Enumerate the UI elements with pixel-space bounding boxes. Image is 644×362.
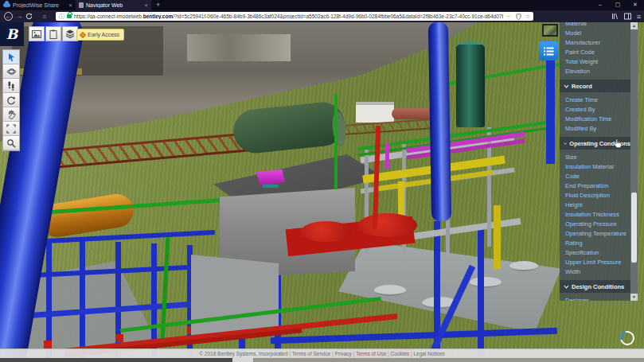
tab-label: Navigator Web	[86, 2, 142, 8]
model-viewport[interactable]	[0, 22, 644, 362]
red-disc	[358, 213, 417, 237]
property-link[interactable]: Upper Limit Pressure	[565, 258, 630, 267]
blue-steel-beam	[271, 328, 557, 344]
yellow-pipe	[494, 205, 501, 269]
chevron-down-icon	[564, 142, 567, 146]
shield-icon[interactable]	[516, 14, 521, 20]
url-bar[interactable]: ⓘ https://qa-connect-imodelweb.bentley.c…	[56, 12, 533, 21]
foundation-pad	[509, 261, 538, 271]
property-link[interactable]: Size	[565, 153, 630, 162]
footer-link[interactable]: Legal Notices	[413, 351, 444, 356]
diamond-icon	[80, 31, 86, 37]
navigator-web-app: B Early Access	[0, 22, 644, 362]
section-header-record[interactable]: Record	[560, 80, 630, 92]
footer-link[interactable]: Privacy	[335, 351, 357, 356]
overflow-icon[interactable]: ⋯	[506, 14, 512, 20]
chevron-down-icon	[564, 285, 569, 289]
property-link[interactable]: Fluid Description	[565, 191, 630, 200]
minimize-button[interactable]: –	[591, 0, 609, 10]
tab-navigator-web[interactable]: Navigator Web ✕	[76, 0, 151, 10]
blue-stack-pipe	[428, 22, 451, 221]
cloud-icon	[3, 3, 10, 7]
new-tab-button[interactable]: +	[151, 0, 165, 10]
scroll-down-icon[interactable]: ▼	[630, 294, 638, 301]
property-list: SizeInsulation MaterialCodeEnd Preparati…	[565, 153, 630, 277]
zoom-icon[interactable]	[3, 136, 19, 150]
window-controls: – ▢ ✕	[591, 0, 644, 10]
property-link[interactable]: Designer	[565, 296, 630, 301]
property-link[interactable]: Material	[565, 22, 630, 29]
panel-scrollbar[interactable]: ▲ ▼	[630, 22, 638, 301]
property-link[interactable]: Created By	[565, 105, 630, 115]
select-cursor-icon[interactable]	[3, 50, 19, 64]
property-link[interactable]: Model	[565, 29, 630, 38]
footer-link[interactable]: Cookies	[391, 351, 414, 356]
property-link[interactable]: Height	[565, 200, 630, 210]
url-text: https://qa-connect-imodelweb.bentley.com…	[74, 14, 503, 19]
early-access-badge: Early Access	[76, 29, 124, 41]
clipboard-icon[interactable]	[45, 26, 61, 41]
footer-links: Terms of ServicePrivacyTerms of UseCooki…	[292, 351, 445, 356]
app-toolbar	[29, 26, 78, 41]
property-link[interactable]: Rating	[565, 239, 630, 248]
copyright-text: © 2018 Bentley Systems, Incorporated	[199, 351, 292, 356]
property-link[interactable]: Insulation Material	[565, 162, 630, 172]
scrollbar-track[interactable]	[630, 29, 638, 294]
property-link[interactable]: Manufacturer	[565, 38, 630, 48]
fit-view-icon[interactable]	[3, 122, 19, 136]
property-link[interactable]: Insulation Thickness	[565, 210, 630, 220]
property-link[interactable]: End Preparation	[565, 181, 630, 191]
view-tools-toolbar	[2, 49, 20, 151]
hopper-base	[263, 185, 279, 188]
menu-hamburger-icon[interactable]: ≡	[637, 13, 641, 21]
sidebar-icon[interactable]	[624, 13, 631, 20]
scrollbar-thumb[interactable]	[631, 193, 637, 263]
property-link[interactable]: Specification	[565, 248, 630, 258]
forward-button[interactable]: →	[13, 11, 25, 21]
properties-panel: MaterialModelManufacturerPaint CodeTotal…	[560, 22, 638, 301]
pan-hand-icon[interactable]	[3, 107, 19, 122]
factory-tanks	[187, 34, 291, 61]
library-icon[interactable]	[611, 13, 619, 20]
property-link[interactable]: Code	[565, 172, 630, 181]
bookmark-star-icon[interactable]: ☆	[525, 14, 530, 20]
rotate-icon[interactable]	[3, 93, 19, 107]
orbit-icon[interactable]	[3, 64, 19, 79]
model-thumbnail[interactable]	[542, 24, 558, 37]
property-link[interactable]: Paint Code	[565, 48, 630, 57]
property-link[interactable]: Elevation	[565, 67, 630, 76]
section-title: Record	[572, 83, 592, 90]
page-info-icon[interactable]: ⓘ	[59, 13, 64, 21]
properties-panel-toggle-button[interactable]	[539, 41, 558, 60]
rust-tank	[392, 108, 433, 119]
property-link[interactable]: Create Time	[565, 95, 630, 105]
close-button[interactable]: ✕	[626, 0, 644, 10]
walk-icon[interactable]	[3, 79, 19, 93]
footer-link[interactable]: Terms of Use	[356, 351, 391, 356]
property-link[interactable]: Modified By	[565, 124, 630, 134]
maximize-button[interactable]: ▢	[609, 0, 626, 10]
section-title: Design Conditions	[572, 283, 624, 290]
property-link[interactable]: Total Weight	[565, 57, 630, 67]
image-icon[interactable]	[29, 26, 45, 41]
property-link[interactable]: Modification Time	[565, 115, 630, 124]
layers-icon[interactable]	[62, 26, 78, 41]
section-header-design-conditions[interactable]: Design Conditions	[560, 280, 630, 293]
close-tab-icon[interactable]: ✕	[144, 2, 148, 8]
tab-projectwise-share[interactable]: ProjectWise Share ✕	[0, 0, 76, 10]
property-link[interactable]: Operating Pressure	[565, 220, 630, 229]
blue-steel-column	[80, 240, 85, 358]
back-button[interactable]: ←	[4, 12, 13, 21]
browser-window: ProjectWise Share ✕ Navigator Web ✕ + – …	[0, 0, 644, 362]
foundation-pad	[374, 285, 406, 296]
chevron-down-icon	[564, 84, 569, 88]
home-button[interactable]: ⌂	[38, 11, 51, 21]
close-tab-icon[interactable]: ✕	[68, 2, 72, 8]
footer-link[interactable]: Terms of Service	[292, 351, 335, 356]
refresh-button[interactable]	[25, 13, 38, 20]
scroll-up-icon[interactable]: ▲	[630, 22, 638, 29]
property-link[interactable]: Width	[565, 267, 630, 277]
toolbar-right: ≡	[611, 10, 641, 22]
logo-letter: B	[6, 26, 18, 42]
property-link[interactable]: Operating Temperature	[565, 229, 630, 239]
